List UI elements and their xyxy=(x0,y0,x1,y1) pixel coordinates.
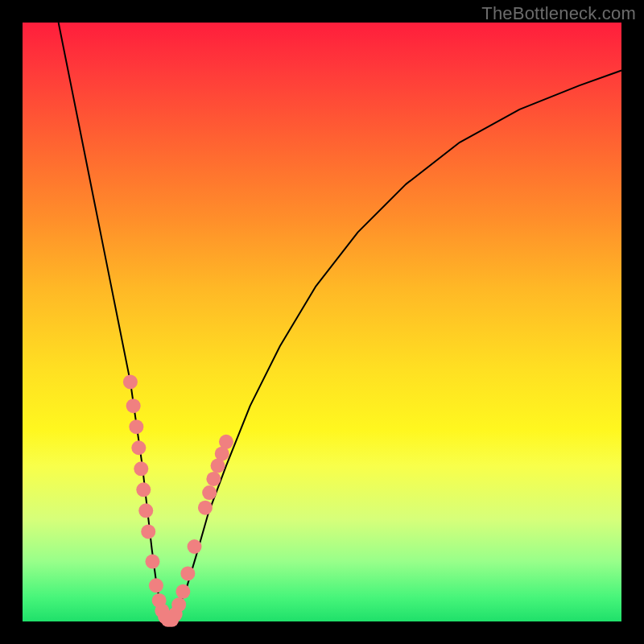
highlight-dot xyxy=(198,501,213,515)
highlight-dot xyxy=(188,539,202,554)
highlight-dot xyxy=(180,566,195,580)
highlight-dot xyxy=(134,461,148,476)
highlight-dot xyxy=(138,503,153,518)
highlight-dot xyxy=(123,374,138,389)
highlight-dot xyxy=(131,440,146,455)
highlight-dot xyxy=(219,435,233,449)
highlight-dot xyxy=(171,597,186,612)
highlight-dot xyxy=(126,398,141,413)
highlight-dot xyxy=(141,524,155,539)
chart-svg-layer xyxy=(0,0,644,644)
highlight-dot xyxy=(202,485,217,500)
highlight-dots xyxy=(123,374,233,626)
highlight-dot xyxy=(145,555,159,569)
highlight-dot xyxy=(206,472,221,486)
highlight-dot xyxy=(129,419,143,434)
highlight-dot xyxy=(175,584,190,599)
highlight-dot xyxy=(136,482,151,497)
highlight-dot xyxy=(149,578,163,592)
